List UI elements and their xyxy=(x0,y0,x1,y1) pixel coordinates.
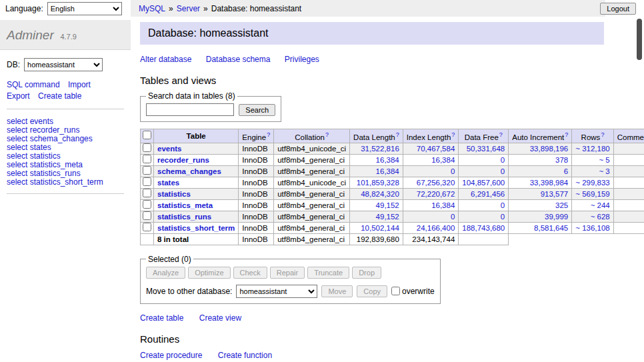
check-button[interactable]: Check xyxy=(233,267,267,279)
optimize-button[interactable]: Optimize xyxy=(188,267,230,279)
data-free-link[interactable]: 0 xyxy=(501,156,505,164)
create-procedure-link[interactable]: Create procedure xyxy=(140,351,202,360)
data-length-link[interactable]: 49,152 xyxy=(376,201,399,209)
rows-count-link[interactable]: ~ 244 xyxy=(591,201,610,209)
export-link[interactable]: Export xyxy=(7,91,30,101)
rows-count-link[interactable]: ~ 569,159 xyxy=(575,190,609,198)
auto-increment-link[interactable]: 6 xyxy=(564,167,568,175)
data-free-help-link[interactable]: ? xyxy=(499,131,503,138)
import-link[interactable]: Import xyxy=(68,80,91,89)
index-length-link[interactable]: 70,467,584 xyxy=(417,145,455,153)
overwrite-checkbox[interactable] xyxy=(391,287,400,295)
move-button[interactable]: Move xyxy=(321,285,353,297)
analyze-button[interactable]: Analyze xyxy=(146,267,185,279)
auto-increment-help-link[interactable]: ? xyxy=(565,131,568,138)
collation-help-link[interactable]: ? xyxy=(325,131,329,138)
row-select-checkbox[interactable] xyxy=(143,177,151,186)
breadcrumb-mysql-link[interactable]: MySQL xyxy=(139,4,165,13)
data-free-link[interactable]: 0 xyxy=(501,167,505,175)
drop-button[interactable]: Drop xyxy=(352,267,381,279)
data-free-link[interactable]: 188,743,680 xyxy=(462,224,505,232)
data-free-link[interactable]: 104,857,600 xyxy=(462,179,505,187)
privileges-link[interactable]: Privileges xyxy=(285,55,319,64)
auto-increment-link[interactable]: 33,398,984 xyxy=(530,179,569,187)
data-length-link[interactable]: 16,384 xyxy=(376,156,399,164)
table-link[interactable]: events xyxy=(157,145,181,153)
auto-increment-link[interactable]: 39,999 xyxy=(545,213,568,221)
auto-increment-link[interactable]: 325 xyxy=(555,201,568,209)
repair-button[interactable]: Repair xyxy=(270,267,305,279)
row-select-checkbox[interactable] xyxy=(143,211,151,220)
create-table-link-main[interactable]: Create table xyxy=(140,313,183,323)
row-select-checkbox[interactable] xyxy=(143,200,151,209)
auto-increment-link[interactable]: 33,898,196 xyxy=(530,145,569,153)
rows-count-link[interactable]: ~ 5 xyxy=(599,156,609,164)
table-link[interactable]: states xyxy=(157,179,179,187)
move-db-select[interactable]: homeassistant xyxy=(236,285,317,298)
alter-database-link[interactable]: Alter database xyxy=(140,55,191,64)
create-function-link[interactable]: Create function xyxy=(218,351,272,360)
adminer-logo[interactable]: Adminer xyxy=(7,28,54,42)
rows-help-link[interactable]: ? xyxy=(601,131,604,138)
select-all-checkbox[interactable] xyxy=(143,131,151,139)
table-link[interactable]: schema_changes xyxy=(157,167,221,175)
index-length-link[interactable]: 16,384 xyxy=(431,201,455,209)
index-length-link[interactable]: 24,166,400 xyxy=(417,224,455,232)
data-length-link[interactable]: 31,522,816 xyxy=(361,145,399,153)
row-select-checkbox[interactable] xyxy=(143,166,151,175)
data-free-link[interactable]: 0 xyxy=(501,213,505,221)
engine-help-link[interactable]: ? xyxy=(267,131,270,138)
sidebar-select-recorder-runs[interactable]: select recorder_runs xyxy=(7,125,79,135)
sql-command-link[interactable]: SQL command xyxy=(7,80,60,89)
data-length-link[interactable]: 101,859,328 xyxy=(357,179,399,187)
auto-increment-link[interactable]: 913,577 xyxy=(541,190,569,198)
row-select-checkbox[interactable] xyxy=(143,155,151,163)
rows-count-link[interactable]: ~ 3 xyxy=(599,167,609,175)
search-button[interactable]: Search xyxy=(239,104,275,116)
index-length-link[interactable]: 72,220,672 xyxy=(417,190,455,198)
sidebar-select-statistics-short-term[interactable]: select statistics_short_term xyxy=(7,177,103,187)
index-length-help-link[interactable]: ? xyxy=(451,131,455,138)
row-select-checkbox[interactable] xyxy=(143,189,151,197)
create-table-link[interactable]: Create table xyxy=(38,91,81,101)
rows-count-link[interactable]: ~ 299,833 xyxy=(575,179,609,187)
table-link[interactable]: statistics_runs xyxy=(157,213,211,221)
data-free-link[interactable]: 50,331,648 xyxy=(467,145,505,153)
auto-increment-link[interactable]: 8,581,645 xyxy=(534,224,568,232)
scrollbar-thumb[interactable] xyxy=(637,19,642,60)
data-length-link[interactable]: 16,384 xyxy=(376,167,399,175)
copy-button[interactable]: Copy xyxy=(357,285,387,297)
row-select-checkbox[interactable] xyxy=(143,223,151,231)
sidebar-select-statistics[interactable]: select statistics xyxy=(7,151,61,161)
truncate-button[interactable]: Truncate xyxy=(307,267,349,279)
rows-count-link[interactable]: ~ 136,108 xyxy=(575,224,609,232)
auto-increment-link[interactable]: 378 xyxy=(555,156,568,164)
breadcrumb-server-link[interactable]: Server xyxy=(177,4,200,13)
index-length-link[interactable]: 16,384 xyxy=(431,156,455,164)
sidebar-select-schema-changes[interactable]: select schema_changes xyxy=(7,134,93,143)
table-link[interactable]: statistics_short_term xyxy=(157,224,235,232)
row-select-checkbox[interactable] xyxy=(143,143,151,152)
sidebar-select-statistics-runs[interactable]: select statistics_runs xyxy=(7,169,81,178)
adminer-version-link[interactable]: 4.7.9 xyxy=(60,33,76,41)
logout-button[interactable]: Logout xyxy=(600,3,636,15)
sidebar-select-states[interactable]: select states xyxy=(7,143,51,152)
sidebar-select-statistics-meta[interactable]: select statistics_meta xyxy=(7,160,83,169)
language-select[interactable]: English xyxy=(47,2,122,15)
data-length-link[interactable]: 49,152 xyxy=(376,213,399,221)
db-select[interactable]: homeassistant xyxy=(24,58,103,71)
data-length-help-link[interactable]: ? xyxy=(396,131,399,138)
data-free-link[interactable]: 6,291,456 xyxy=(471,190,505,198)
index-length-link[interactable]: 0 xyxy=(451,213,455,221)
search-input[interactable] xyxy=(146,103,234,116)
rows-count-link[interactable]: ~ 312,180 xyxy=(575,145,609,153)
table-link[interactable]: recorder_runs xyxy=(157,156,209,164)
data-length-link[interactable]: 48,824,320 xyxy=(361,190,399,198)
create-view-link[interactable]: Create view xyxy=(199,313,241,323)
database-schema-link[interactable]: Database schema xyxy=(206,55,271,64)
table-link[interactable]: statistics xyxy=(157,190,191,198)
sidebar-select-events[interactable]: select events xyxy=(7,117,53,126)
rows-count-link[interactable]: ~ 628 xyxy=(591,213,610,221)
index-length-link[interactable]: 0 xyxy=(451,167,455,175)
index-length-link[interactable]: 67,256,320 xyxy=(417,179,455,187)
